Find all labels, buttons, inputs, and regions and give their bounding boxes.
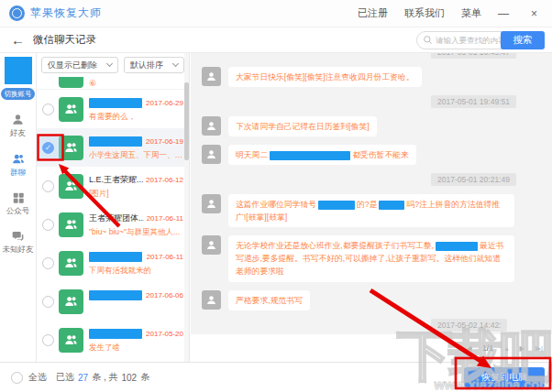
sender-avatar	[202, 290, 221, 310]
list-scrollbar-thumb[interactable]	[184, 82, 189, 160]
minimize-button[interactable]: —	[498, 7, 509, 20]
clipped-list-item[interactable]: ⑥	[37, 77, 189, 90]
filter-dropdown-label: 仅显示已删除	[48, 60, 97, 71]
total-count: 102	[121, 373, 137, 383]
row-radio[interactable]	[42, 180, 54, 192]
chat-message: 无论学校作业还是放心班作业,都要提醒孩子们书写工整,最近书写退步,要多提醒。书写…	[202, 235, 541, 281]
account-avatar[interactable]	[5, 57, 32, 84]
sidebar: 切换账号 好友 群聊 公众号 未知好友	[0, 53, 37, 362]
censored-name-block	[89, 290, 142, 300]
row-radio[interactable]	[42, 334, 54, 346]
list-item[interactable]: 2017-06-06	[37, 282, 189, 321]
row-checkbox-checked[interactable]: ✓	[42, 142, 54, 154]
row-radio[interactable]	[42, 296, 54, 308]
sort-order-dropdown[interactable]: 默认排序	[124, 57, 184, 73]
list-scrollbar-track[interactable]	[184, 53, 189, 362]
group-people-icon	[63, 217, 79, 232]
search-input[interactable]	[436, 36, 503, 45]
select-all-label[interactable]: 全选	[28, 371, 47, 384]
sidebar-item-friends[interactable]: 好友	[10, 113, 26, 139]
message-timestamp: 2017-05-02 14:42:	[431, 319, 507, 332]
sender-avatar	[202, 67, 221, 86]
sender-avatar	[202, 116, 221, 136]
censored-name-block	[89, 252, 142, 262]
message-bubble: 大家节日快乐[偷笑][偷笑]注意查收四月份工资哈。	[228, 67, 422, 87]
selected-label: 已选	[56, 371, 74, 384]
page-dropdown-icon[interactable]: ▲	[503, 345, 509, 352]
contact-us-link[interactable]: 联系我们	[404, 6, 445, 20]
last-message-date: 2017-06-12	[146, 176, 183, 184]
last-page-icon[interactable]: ▶|	[535, 344, 543, 353]
group-people-icon	[63, 179, 79, 193]
censored-text-block	[318, 201, 355, 210]
selection-bottom-bar: 全选 已选 27 条 , 共 102 条 恢复到电脑	[0, 362, 552, 392]
sender-avatar	[202, 145, 221, 164]
switch-account-button[interactable]: 切换账号	[1, 88, 35, 100]
search-button[interactable]: 搜索	[501, 31, 545, 49]
menu-button[interactable]: 菜单	[461, 6, 481, 20]
group-avatar	[59, 77, 83, 88]
group-avatar	[59, 251, 83, 276]
row-radio[interactable]	[42, 103, 54, 115]
message-timestamp: 2017-05-01 19:49:51	[431, 95, 516, 108]
prev-page-icon[interactable]: ◀	[467, 344, 472, 353]
search-box[interactable]	[416, 31, 512, 49]
sidebar-item-label: 群聊	[10, 168, 26, 179]
clipped-item-emoji: ⑥	[89, 79, 96, 88]
registered-status[interactable]: 已注册	[358, 6, 388, 20]
list-item[interactable]: ✓2017-06-19小学生这周五、下周一、周...	[37, 128, 189, 167]
back-arrow-icon[interactable]: ←	[11, 33, 25, 47]
chat-message: 严格要求,规范书写	[202, 290, 541, 310]
person-icon	[205, 120, 217, 132]
recover-to-pc-button[interactable]: 恢复到电脑	[464, 367, 545, 387]
app-logo-icon	[9, 5, 25, 21]
friend-person-icon	[11, 113, 25, 126]
group-people-icon	[63, 332, 79, 347]
select-all-radio[interactable]	[11, 372, 23, 384]
last-message-preview	[89, 304, 183, 313]
sidebar-item-unknown-friends[interactable]: 未知好友	[3, 230, 34, 256]
page-header: ← 微信聊天记录 搜索	[0, 27, 552, 53]
sidebar-item-label: 未知好友	[3, 245, 34, 256]
group-name: L.E.王者荣耀...	[89, 174, 143, 186]
last-message-preview: 发生了啥	[89, 343, 183, 352]
person-icon	[205, 71, 217, 82]
group-avatar	[59, 328, 83, 353]
row-radio[interactable]	[42, 219, 54, 231]
close-button[interactable]: ×	[531, 7, 537, 20]
row-radio[interactable]	[42, 257, 54, 269]
list-item[interactable]: 王者荣耀团体...2017-06-11"biu~ biu~"与群里其他人...	[37, 205, 189, 244]
last-message-preview: 下周有活我就来的	[89, 266, 183, 275]
censored-text-block	[270, 151, 350, 160]
title-bar: 苹果恢复大师 已注册 联系我们 菜单 — ×	[0, 0, 552, 27]
list-item[interactable]: 2017-06-29有需要的么，	[37, 90, 189, 128]
censored-text-block	[379, 201, 404, 210]
list-item[interactable]: 2017-05-20发生了啥	[37, 321, 189, 359]
count-middle: 条 , 共	[92, 371, 117, 384]
group-people-icon	[63, 140, 79, 155]
group-people-icon	[63, 102, 79, 116]
group-people-icon	[63, 294, 79, 309]
list-item[interactable]: 2017-06-11下周有活我就来的	[37, 244, 189, 282]
chat-message: 这篇作业哪位同学猜号的?是吗?注上拼音的方法值得推广![鼓掌][鼓掌]	[202, 194, 541, 227]
show-deleted-filter-dropdown[interactable]: 仅显示已删除	[41, 57, 118, 73]
message-bubble: 下次请同学自己记得在日历签到[偷笑]	[228, 116, 377, 136]
app-title: 苹果恢复大师	[30, 5, 102, 21]
next-page-icon[interactable]: ▶	[520, 344, 525, 353]
chat-message: 下次请同学自己记得在日历签到[偷笑]	[202, 116, 541, 136]
last-message-preview: "biu~ biu~"与群里其他人...	[89, 227, 183, 236]
chat-message: 明天周二都受伤暂不能来	[202, 145, 541, 165]
chevron-down-icon	[106, 60, 113, 67]
sort-dropdown-label: 默认排序	[130, 60, 163, 71]
sidebar-item-official-accounts[interactable]: 公众号	[6, 191, 30, 217]
message-bubble: 严格要求,规范书写	[228, 290, 310, 310]
sidebar-item-group-chat[interactable]: 群聊	[10, 152, 26, 179]
count-suffix: 条	[140, 371, 149, 384]
page-indicator: 1/1	[482, 343, 494, 353]
last-message-date: 2017-06-29	[146, 99, 183, 107]
chevron-down-icon	[172, 60, 179, 67]
list-item[interactable]: L.E.王者荣耀...2017-06-12[图片]	[37, 167, 189, 205]
message-bubble: 明天周二都受伤暂不能来	[228, 145, 416, 165]
chat-message: 大家节日快乐[偷笑][偷笑]注意查收四月份工资哈。	[202, 67, 541, 87]
chat-list-panel: 仅显示已删除 默认排序 ⑥ 2017-06-29有需要的么，✓2017-06-1…	[37, 53, 190, 362]
